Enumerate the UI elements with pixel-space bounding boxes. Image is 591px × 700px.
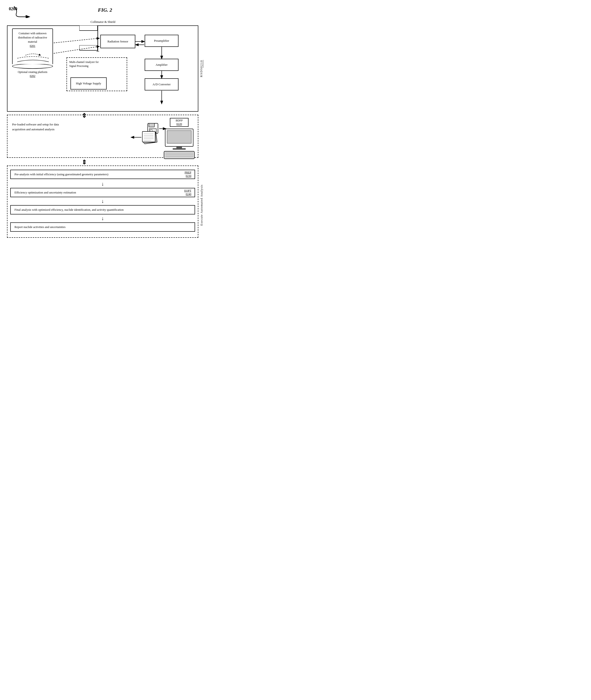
step2-box: Efficiency optimization and uncertainty … (10, 188, 195, 197)
double-arrow-bdfp-eaa: ⇕ (82, 159, 87, 166)
ref-arrow-icon (13, 5, 31, 18)
step1-label: PREP 0230 (185, 171, 191, 178)
drum-bottom-ellipse (12, 64, 53, 69)
amplifier-box: Amplifier (145, 59, 179, 71)
rotating-platform-label: Optional rotating platform 0202 (12, 70, 53, 78)
arrow-step3-step4: ↓ (7, 215, 198, 221)
svg-rect-23 (165, 154, 193, 155)
radiation-sensor-label: Radiation Sensor (107, 40, 128, 44)
mca-label: Multi-channel Analyzer for Signal Proces… (69, 60, 100, 68)
adc-box: A/D Converter (145, 78, 179, 90)
eaa-section: Pre-analysis with initial efficiency (us… (7, 165, 198, 238)
step4-box: Report nuclide activities and uncertaint… (10, 222, 195, 232)
bdfp-computer: BDFP 0220 (163, 118, 196, 161)
svg-rect-18 (167, 131, 191, 143)
step3-text: Final analysis with optimized efficiency… (14, 208, 124, 212)
step4-text: Report nuclide activities and uncertaint… (14, 225, 66, 229)
keyboard-icon (163, 151, 196, 160)
rsds-label: RSDS 0210 (199, 25, 203, 112)
adc-label: A/D Converter (152, 82, 171, 86)
container-area: Container with unknown distribution of r… (12, 28, 53, 78)
double-arrow-rsds-bdfp: ⇕ (82, 112, 87, 120)
step1-box: Pre-analysis with initial efficiency (us… (10, 170, 195, 179)
drum-curve-icon (13, 50, 53, 64)
bdfp-text: Pre-loaded software and setup for data a… (12, 122, 66, 132)
container-text: Container with unknown distribution of r… (18, 32, 47, 44)
arrow-step1-step2: ↓ (7, 181, 198, 187)
collimator-label: Collimator & Shield (90, 20, 115, 24)
preamplifier-label: Preamplifier (154, 39, 169, 43)
step2-text: Efficiency optimization and uncertainty … (14, 191, 76, 195)
bdfp-monitor-label: BDFP 0220 (170, 118, 189, 127)
svg-rect-19 (176, 146, 182, 148)
hvs-box: High Voltage Supply (70, 77, 107, 89)
bdfp-section: Pre-loaded software and setup for data a… (7, 115, 198, 158)
step3-box: Final analysis with optimized efficiency… (10, 205, 195, 215)
svg-rect-22 (165, 152, 193, 154)
step2-label: EOPT 0240 (184, 189, 191, 196)
computer-monitor-icon (163, 128, 196, 151)
drum-body (12, 50, 53, 64)
hvs-label: High Voltage Supply (76, 81, 101, 86)
container-box: Container with unknown distribution of r… (12, 28, 53, 51)
radiation-sensor-box: Radiation Sensor (100, 35, 135, 48)
figure-title: FIG. 2 (7, 7, 203, 13)
step1-text: Pre-analysis with initial efficiency (us… (14, 172, 108, 176)
container-ref: 0201 (14, 44, 51, 48)
papers-icon (142, 130, 160, 144)
eaa-label: Execute Automated Analysis (200, 165, 203, 245)
arrow-step2-step3: ↓ (7, 198, 198, 204)
preamplifier-box: Preamplifier (145, 35, 179, 47)
printout-area (142, 130, 160, 145)
amplifier-label: Amplifier (156, 63, 168, 67)
svg-rect-20 (173, 148, 186, 150)
svg-rect-13 (149, 123, 154, 127)
page-container: 0200 FIG. 2 RSDS 0210 Collimator & Shiel… (7, 7, 203, 13)
printout-arrow-icon (130, 135, 142, 140)
svg-rect-24 (165, 156, 193, 157)
